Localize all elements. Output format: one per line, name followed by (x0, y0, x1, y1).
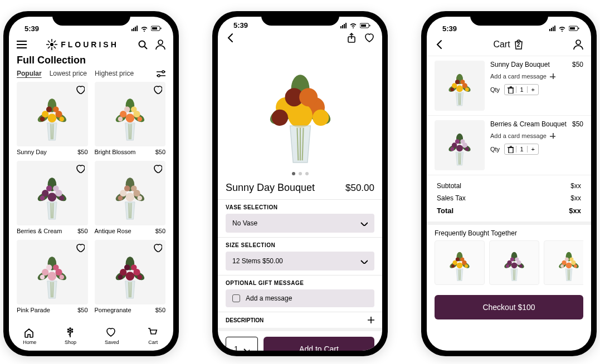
fbt-item[interactable] (489, 240, 539, 285)
cart-item: Sunny Day Bouquet $50 Add a card message… (427, 56, 591, 115)
size-section-label: SIZE SELECTION (226, 242, 374, 252)
favorite-icon[interactable] (153, 85, 162, 94)
svg-point-178 (511, 262, 518, 268)
vase-select[interactable]: No Vase (226, 214, 374, 233)
tax-label: Sales Tax (437, 194, 466, 202)
product-price: $50 (155, 228, 165, 234)
svg-point-139 (456, 85, 463, 92)
signal-icon (340, 23, 348, 28)
svg-point-155 (450, 147, 454, 151)
cart-item-price: $50 (572, 120, 583, 128)
sort-popular[interactable]: Popular (17, 70, 42, 77)
gift-section-label: OPTIONAL GIFT MESSAGE (226, 280, 374, 289)
size-select[interactable]: 12 Stems $50.00 (226, 252, 374, 270)
svg-point-182 (519, 264, 523, 268)
product-name: Antique Rose (95, 228, 131, 234)
account-icon[interactable] (155, 40, 165, 50)
heart-icon (106, 327, 118, 338)
brand-logo[interactable]: FLOURISH (46, 39, 119, 50)
svg-point-143 (465, 87, 469, 91)
checkbox-icon (232, 294, 240, 302)
search-icon[interactable] (138, 40, 148, 50)
qty-plus[interactable]: + (527, 146, 538, 153)
product-card[interactable]: Antique Rose $50 (95, 161, 166, 234)
trash-icon[interactable] (505, 145, 516, 153)
svg-point-168 (451, 264, 455, 268)
back-icon[interactable] (226, 33, 235, 43)
add-to-cart-button[interactable]: Add to Cart (264, 337, 374, 351)
sort-row: Popular Lowest price Highest price (9, 70, 173, 82)
product-name: Pomegranate (95, 307, 131, 313)
favorite-icon[interactable] (364, 33, 374, 43)
subtotal-label: Subtotal (437, 182, 461, 190)
nav-saved[interactable]: Saved (105, 327, 119, 345)
cart-count: 2 (514, 42, 524, 48)
product-card[interactable]: Berries & Cream $50 (17, 161, 88, 234)
brand-name: FLOURISH (61, 40, 119, 49)
cart-item-image[interactable] (435, 61, 485, 111)
svg-point-101 (46, 264, 52, 270)
product-price: $50 (155, 149, 165, 155)
gift-message-label: Add a message (246, 294, 292, 302)
sort-lowest[interactable]: Lowest price (50, 70, 87, 77)
favorite-icon[interactable] (76, 164, 85, 173)
fbt-item[interactable] (435, 240, 485, 285)
image-pagination[interactable] (218, 172, 382, 180)
filter-icon[interactable] (157, 70, 165, 77)
account-icon[interactable] (573, 40, 583, 50)
add-card-message[interactable]: Add a card message (490, 73, 583, 80)
gift-message-toggle[interactable]: Add a message (226, 289, 374, 307)
favorite-icon[interactable] (76, 85, 85, 94)
svg-point-115 (131, 264, 136, 270)
product-card[interactable]: Bright Blossom $50 (95, 82, 166, 155)
sort-highest[interactable]: Highest price (95, 70, 134, 77)
nav-shop[interactable]: Shop (65, 327, 77, 345)
checkout-button[interactable]: Checkout $100 (435, 295, 583, 319)
qty-control[interactable]: 1 + (504, 84, 539, 95)
trash-icon[interactable] (505, 86, 516, 94)
checkout-label: Checkout $100 (482, 303, 535, 312)
product-card[interactable]: Pomegranate $50 (95, 240, 166, 313)
cart-item-image[interactable] (435, 120, 485, 170)
product-image[interactable] (218, 46, 382, 172)
description-expand[interactable]: DESCRIPTION (218, 312, 382, 328)
nav-home[interactable]: Home (23, 327, 36, 345)
nav-label: Cart (148, 340, 158, 345)
add-to-cart-label: Add to Cart (299, 345, 339, 351)
qty-control[interactable]: 1 + (504, 144, 539, 155)
menu-icon[interactable] (17, 41, 27, 48)
phone-collection: 5:39 FLOURISH Full Collection Popular Lo… (3, 11, 179, 356)
svg-point-117 (137, 274, 142, 279)
cart-item: Berries & Cream Bouquet $50 Add a card m… (427, 115, 591, 175)
svg-point-51 (40, 116, 45, 121)
quantity-select[interactable]: 1 (226, 337, 258, 351)
back-icon[interactable] (435, 40, 443, 50)
add-card-message[interactable]: Add a card message (490, 132, 583, 139)
svg-point-77 (40, 195, 45, 200)
bottom-nav: Home Shop Saved Cart (9, 323, 173, 351)
logo-icon (46, 39, 57, 50)
svg-point-104 (60, 274, 65, 279)
wifi-icon (350, 22, 358, 28)
qty-plus[interactable]: + (527, 86, 538, 93)
share-icon[interactable] (347, 33, 357, 43)
svg-point-64 (118, 116, 123, 121)
favorite-icon[interactable] (153, 243, 162, 252)
favorite-icon[interactable] (153, 164, 162, 173)
svg-point-180 (515, 257, 519, 261)
svg-point-193 (569, 257, 573, 261)
product-card[interactable]: Sunny Day $50 (17, 82, 88, 155)
svg-point-140 (455, 80, 460, 84)
product-card[interactable]: Pink Parade $50 (17, 240, 88, 313)
nav-cart[interactable]: Cart (147, 327, 159, 345)
svg-point-74 (48, 193, 57, 201)
svg-point-167 (460, 257, 464, 261)
fbt-item[interactable] (544, 240, 583, 285)
product-price: $50 (77, 307, 87, 313)
svg-point-65 (137, 116, 142, 121)
favorite-icon[interactable] (76, 243, 85, 252)
svg-point-89 (131, 185, 136, 191)
svg-point-169 (465, 264, 468, 268)
svg-point-52 (60, 116, 65, 121)
svg-point-88 (124, 185, 130, 191)
